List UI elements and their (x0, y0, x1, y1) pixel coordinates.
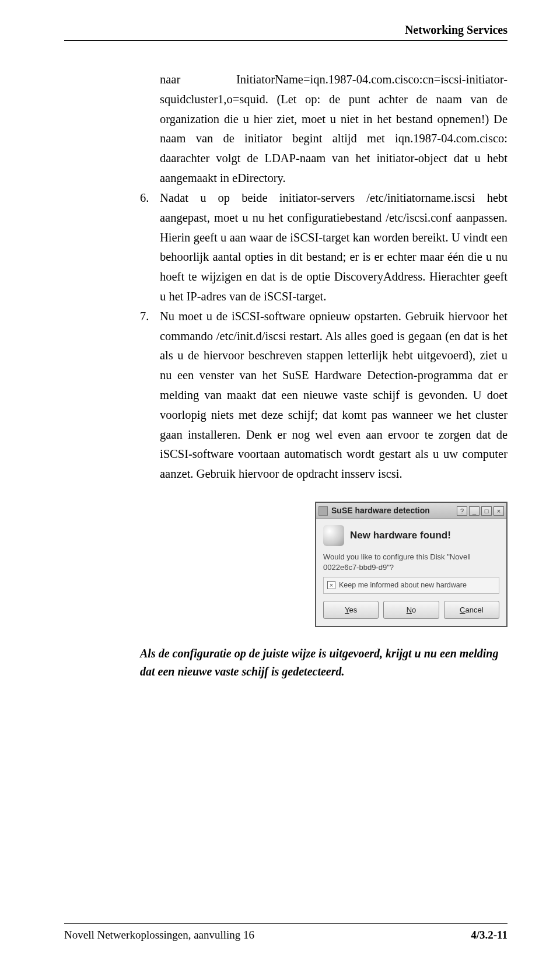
suse-dialog: SuSE hardware detection ? _ □ × New hard… (315, 502, 508, 627)
dialog-message: Would you like to configure this Disk "N… (323, 552, 499, 572)
window-controls: ? _ □ × (457, 506, 504, 516)
dialog-button-row: Yes No Cancel (323, 601, 499, 619)
close-button[interactable]: × (494, 506, 504, 516)
list-text: Nu moet u de iSCSI-software opnieuw opst… (160, 307, 508, 484)
page-footer: Novell Netwerkoplossingen, aanvulling 16… (64, 923, 508, 942)
hardware-icon (323, 525, 344, 546)
cancel-button[interactable]: Cancel (444, 601, 499, 619)
checkbox-row[interactable]: × Keep me informed about new hardware (323, 577, 499, 594)
footer-right: 4/3.2-11 (471, 929, 508, 942)
dialog-heading-row: New hardware found! (323, 525, 499, 546)
maximize-button[interactable]: □ (481, 506, 492, 516)
footer-left: Novell Netwerkoplossingen, aanvulling 16 (64, 929, 254, 942)
list-item-6: 6. Nadat u op beide initiator-servers /e… (140, 188, 508, 307)
list-item-7: 7. Nu moet u de iSCSI-software opnieuw o… (140, 307, 508, 484)
dialog-heading: New hardware found! (350, 527, 451, 544)
dialog-titlebar: SuSE hardware detection ? _ □ × (316, 503, 506, 519)
section-title: Networking Services (405, 23, 508, 36)
intro-paragraph: naar InitiatorName=iqn.1987-04.com.cisco… (160, 70, 508, 188)
window-icon (318, 506, 328, 516)
dialog-screenshot: SuSE hardware detection ? _ □ × New hard… (140, 502, 508, 627)
yes-button[interactable]: Yes (323, 601, 379, 619)
body-text: naar InitiatorName=iqn.1987-04.com.cisco… (64, 70, 508, 627)
figure-caption: Als de configuratie op de juiste wijze i… (140, 645, 508, 681)
dialog-body: New hardware found! Would you like to co… (316, 519, 506, 626)
list-text: Nadat u op beide initiator-servers /etc/… (160, 188, 508, 307)
window-title: SuSE hardware detection (331, 504, 457, 517)
page-header: Networking Services (64, 23, 508, 41)
list-number: 6. (140, 188, 160, 307)
minimize-button[interactable]: _ (469, 506, 480, 516)
no-button[interactable]: No (383, 601, 439, 619)
help-button[interactable]: ? (457, 506, 467, 516)
list-number: 7. (140, 307, 160, 484)
checkbox-label: Keep me informed about new hardware (339, 579, 467, 592)
checkbox[interactable]: × (327, 581, 335, 589)
